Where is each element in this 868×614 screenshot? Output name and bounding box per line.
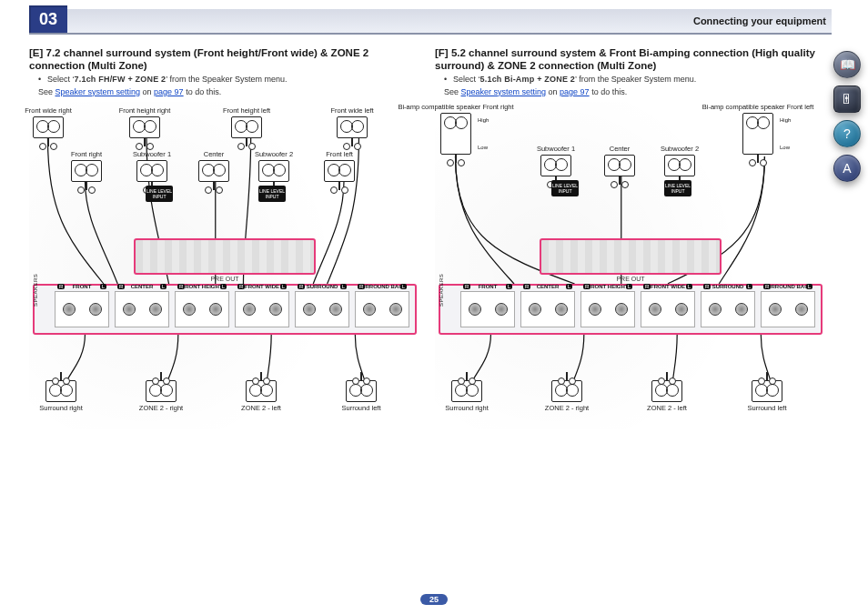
terminal-group: FRONT HEIGHTRL (175, 291, 229, 327)
line-level-input-box: LINE LEVEL INPUT (258, 186, 286, 202)
terminal-l-badge: L (220, 284, 227, 289)
speaker-plug (338, 181, 340, 190)
terminal-group: SURROUNDRL (295, 291, 349, 327)
terminal-r-badge: R (763, 284, 771, 289)
link-speaker-system-setting-f[interactable]: Speaker system setting (461, 87, 547, 96)
speaker-plug (619, 176, 621, 185)
terminal-l-badge: L (506, 284, 512, 289)
terminal-r-badge: R (523, 284, 530, 289)
terminal-l-badge: L (280, 284, 287, 289)
preout-label-f: PRE OUT (616, 276, 644, 282)
terminal-r-badge: R (643, 284, 651, 289)
line-level-input-box: LINE LEVEL INPUT (664, 180, 691, 196)
speaker-label: Front left (326, 150, 353, 158)
terminal-group: FRONT WIDERL (235, 291, 289, 327)
speaker-box: ZONE 2 - left (651, 380, 682, 402)
diagram-f: PRE OUT SPEAKERS FRONTRLCENTERRLFRONT HE… (435, 102, 826, 429)
speaker-plug (360, 372, 362, 381)
terminal-r-badge: R (298, 284, 305, 289)
speaker-box: Front height left (231, 116, 262, 138)
speaker-label: Center (204, 150, 225, 158)
abc-icon[interactable]: A (833, 155, 861, 182)
speaker-plug (86, 181, 87, 190)
content-columns: [E] 7.2 channel surround system (Front h… (29, 44, 826, 587)
speaker-box: ZONE 2 - left (246, 380, 277, 402)
binding-post (63, 303, 76, 316)
binding-post (363, 303, 376, 316)
text: See (444, 87, 461, 96)
binding-post (615, 303, 628, 316)
binding-post (149, 303, 162, 316)
chapter-tab: 03 (29, 5, 67, 33)
terminal-l-badge: L (686, 284, 692, 289)
text: ’ from the Speaker System menu. (575, 75, 696, 84)
speaker-label: Front height left (223, 106, 270, 115)
speaker-box: Surround left (346, 380, 377, 402)
binding-post (303, 303, 316, 316)
column-e: [E] 7.2 channel surround system (Front h… (29, 44, 420, 587)
speaker-plug (160, 372, 162, 381)
speaker-label: Surround left (748, 404, 787, 412)
speakers-rail-e: SPEAKERS FRONTRLCENTERRLFRONT HEIGHTRLFR… (33, 284, 417, 335)
speaker-box: Front height right (129, 116, 160, 138)
biamp-low-label: Low (780, 145, 790, 150)
text: Select ‘ (453, 75, 480, 84)
code-f: 5.1ch Bi-Amp + ZONE 2 (480, 75, 575, 84)
speaker-plug (47, 137, 49, 146)
bullet-list-e: Select ‘7.1ch FH/FW + ZONE 2’ from the S… (38, 75, 420, 84)
code-e: 7.1ch FH/FW + ZONE 2 (75, 75, 167, 84)
binding-post (769, 303, 782, 316)
rail-groups-f: FRONTRLCENTERRLFRONT HEIGHTRLFRONT WIDER… (460, 291, 815, 327)
speaker-label: Subwoofer 1 (133, 150, 171, 158)
speaker-label: Front wide left (330, 106, 373, 115)
binding-post (329, 303, 342, 316)
speaker-label: Front height right (119, 106, 171, 115)
speaker-box: Subwoofer 2 (258, 160, 289, 182)
section-header: Connecting your equipment (29, 9, 832, 35)
binding-post (589, 303, 601, 316)
terminal-group: SURROUND BACKRL (355, 291, 409, 327)
speaker-box: ZONE 2 - right (551, 380, 582, 402)
speaker-box: Front wide right (33, 116, 64, 138)
binding-post (735, 303, 748, 316)
biamp-high-label: High (478, 117, 489, 123)
binding-post (209, 303, 222, 316)
speakers-rail-f: SPEAKERS FRONTRLCENTERRLFRONT HEIGHTRLFR… (439, 284, 823, 335)
terminal-l-badge: L (340, 284, 347, 289)
terminal-group: SURROUNDRL (701, 291, 755, 327)
terminal-group: SURROUND BACKRL (761, 291, 815, 327)
heading-e: [E] 7.2 channel surround system (Front h… (29, 47, 420, 73)
binding-post (469, 303, 481, 316)
terminal-r-badge: R (177, 284, 185, 289)
speaker-plug (260, 372, 262, 381)
speaker-box: Subwoofer 1 (136, 160, 167, 182)
binding-post (649, 303, 661, 316)
speaker-plug (757, 154, 759, 163)
link-page-97-e[interactable]: page 97 (154, 87, 184, 96)
link-speaker-system-setting[interactable]: Speaker system setting (56, 87, 141, 96)
help-icon[interactable]: ? (833, 120, 861, 147)
binding-post (495, 303, 508, 316)
terminal-l-badge: L (100, 284, 106, 289)
speaker-label: Surround left (342, 404, 381, 412)
speaker-label: Subwoofer 1 (537, 145, 575, 153)
terminal-l-badge: L (746, 284, 752, 289)
terminal-r-badge: R (583, 284, 590, 289)
speaker-box: Center (604, 155, 635, 176)
terminal-r-badge: R (463, 284, 470, 289)
speaker-label: Front right (71, 150, 102, 158)
terminal-l-badge: L (160, 284, 167, 289)
rail-label-e: SPEAKERS (33, 273, 38, 306)
link-page-97-f[interactable]: page 97 (560, 87, 590, 96)
preout-block-e: PRE OUT (134, 238, 316, 275)
heading-f: [F] 5.2 channel surround system & Front … (435, 47, 826, 73)
binding-post (89, 303, 102, 316)
binding-post (795, 303, 808, 316)
text: ’ from the Speaker System menu. (166, 75, 287, 84)
sliders-icon[interactable]: 🎚 (833, 86, 861, 113)
diagram-e: PRE OUT SPEAKERS FRONTRLCENTERRLFRONT HE… (29, 102, 420, 429)
book-icon[interactable]: 📖 (833, 51, 861, 78)
bullet-f-1: Select ‘5.1ch Bi-Amp + ZONE 2’ from the … (444, 75, 826, 84)
rail-label-f: SPEAKERS (439, 273, 444, 306)
speaker-plug (60, 372, 62, 381)
